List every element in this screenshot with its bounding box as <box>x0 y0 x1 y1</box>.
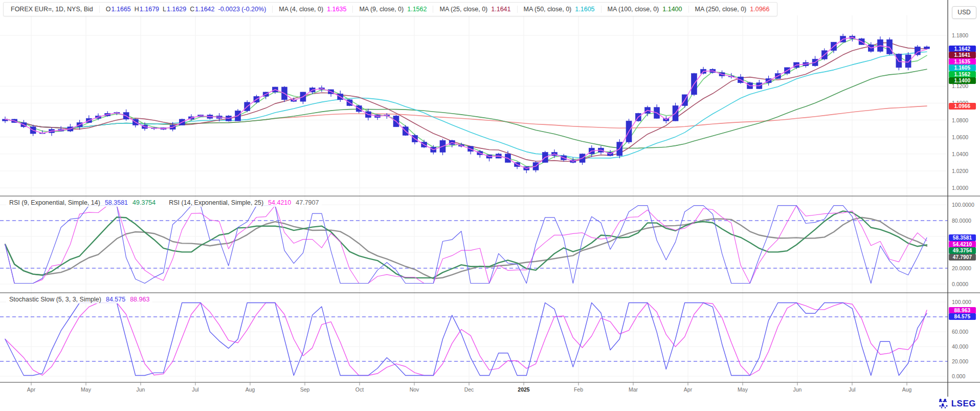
ma250-legend[interactable]: MA (250, close, 0) 1.0966 <box>688 6 776 13</box>
low-label: L <box>163 6 166 13</box>
stochastic-legend[interactable]: Stochastic Slow (5, 3, 3, Simple) 84.575… <box>6 295 152 304</box>
ma9-legend[interactable]: MA (9, close, 0) 1.1562 <box>352 6 433 13</box>
close-label: C <box>190 6 194 13</box>
ma4-legend[interactable]: MA (4, close, 0) 1.1635 <box>272 6 352 13</box>
stochastic-label: Stochastic Slow (5, 3, 3, Simple) <box>9 296 101 303</box>
rsi1-value: 58.3581 <box>105 199 128 206</box>
ma50-label: MA (50, close, 0) <box>524 6 572 13</box>
ma9-value: 1.1562 <box>407 6 427 13</box>
chart-window: FOREX EUR=, 1D, NYS, Bid O1.1665 H1.1679… <box>0 0 980 411</box>
rsi2-signal-value: 47.7907 <box>296 199 319 206</box>
lseg-crest-icon <box>938 398 949 409</box>
ma50-value: 1.1605 <box>575 6 594 13</box>
ohlc-legend[interactable]: O1.1665 H1.1679 L1.1629 C1.1642 -0.0023 … <box>99 6 273 13</box>
instrument-legend[interactable]: FOREX EUR=, 1D, NYS, Bid <box>5 6 99 13</box>
rsi2-value: 54.4210 <box>268 199 291 206</box>
rsi1-signal-value: 49.3754 <box>132 199 155 206</box>
ma25-label: MA (25, close, 0) <box>439 6 487 13</box>
open-label: O <box>106 6 111 13</box>
rsi-legend[interactable]: RSI (9, Exponential, Simple, 14) 58.3581… <box>6 199 322 207</box>
ma4-label: MA (4, close, 0) <box>279 6 323 13</box>
ma25-legend[interactable]: MA (25, close, 0) 1.1641 <box>433 6 517 13</box>
high-value: 1.1679 <box>140 6 159 13</box>
currency-axis-button[interactable]: USD <box>952 6 976 19</box>
lseg-logo: LSEG <box>938 398 976 409</box>
ma100-label: MA (100, close, 0) <box>608 6 659 13</box>
stochastic-k-value: 84.575 <box>106 296 125 303</box>
low-value: 1.1629 <box>167 6 186 13</box>
close-value: 1.1642 <box>195 6 214 13</box>
rsi2-label: RSI (14, Exponential, Simple, 25) <box>169 199 263 206</box>
ma250-label: MA (250, close, 0) <box>695 6 747 13</box>
ma25-value: 1.1641 <box>491 6 510 13</box>
high-label: H <box>135 6 139 13</box>
ma100-value: 1.1400 <box>662 6 682 13</box>
open-value: 1.1665 <box>112 6 131 13</box>
ma50-legend[interactable]: MA (50, close, 0) 1.1605 <box>517 6 601 13</box>
rsi1-label: RSI (9, Exponential, Simple, 14) <box>9 199 100 206</box>
ma9-label: MA (9, close, 0) <box>359 6 404 13</box>
ma250-value: 1.0966 <box>750 6 769 13</box>
lseg-logo-text: LSEG <box>951 399 976 409</box>
ma100-legend[interactable]: MA (100, close, 0) 1.1400 <box>601 6 688 13</box>
chart-legend-bar: FOREX EUR=, 1D, NYS, Bid O1.1665 H1.1679… <box>3 2 777 16</box>
stochastic-d-value: 88.963 <box>130 296 149 303</box>
change-value: -0.0023 (-0.20%) <box>218 6 266 13</box>
ma4-value: 1.1635 <box>327 6 346 13</box>
